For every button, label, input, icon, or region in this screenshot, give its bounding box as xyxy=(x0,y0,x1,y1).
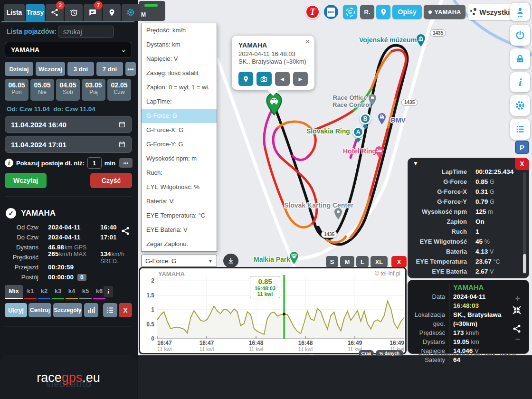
day-button-03.05[interactable]: 03.05Pią xyxy=(82,79,105,101)
map-mode-button[interactable]: M xyxy=(139,1,165,21)
range-button-3[interactable]: 7 dni xyxy=(96,62,123,76)
gforce-layer-button[interactable]: G xyxy=(343,5,357,19)
dropdown-item-14[interactable]: EYE Bateria: V xyxy=(142,223,217,237)
tab-lista[interactable]: Lista xyxy=(4,4,25,21)
vehicle-position-pin[interactable] xyxy=(266,93,282,115)
range-button-2[interactable]: 3 dni xyxy=(67,62,94,76)
popup-locate-button[interactable] xyxy=(238,72,253,86)
popup-next-button[interactable]: ► xyxy=(293,72,308,86)
ktab-k6[interactable]: k6 xyxy=(93,285,105,299)
hotel-pin[interactable] xyxy=(373,145,385,159)
stops-input[interactable]: 1 xyxy=(87,157,102,169)
dropdown-item-11[interactable]: EYE Wilgotność: % xyxy=(142,180,217,194)
list-button[interactable] xyxy=(510,119,530,140)
dropdown-item-13[interactable]: EYE Temperatura: °C xyxy=(142,209,217,223)
settings-button[interactable] xyxy=(510,95,530,116)
karting-pin[interactable] xyxy=(332,207,344,220)
stops-more-button[interactable]: ••• xyxy=(119,158,133,168)
dropdown-item-0[interactable]: Prędość: km/h xyxy=(142,23,217,38)
datetime-from-input[interactable]: 11.04.2024 16:40 xyxy=(5,116,132,133)
dropdown-item-1[interactable]: Dystans: km xyxy=(142,38,217,52)
tab-procent-danych[interactable]: % danych xyxy=(376,350,403,356)
details-button[interactable]: Szczegóły xyxy=(53,303,82,317)
logout-button[interactable] xyxy=(510,25,530,46)
size-l-button[interactable]: L xyxy=(356,256,369,267)
opisy-button[interactable]: Opisy xyxy=(392,5,422,19)
scrollbar-thumb[interactable] xyxy=(523,254,526,273)
tab-czas[interactable]: Czas xyxy=(359,350,374,356)
clear-button[interactable]: Czyść xyxy=(90,173,132,188)
range-button-1[interactable]: Wczoraj xyxy=(36,62,65,76)
collapse-triangle-icon[interactable]: ▼ xyxy=(413,160,418,167)
size-m-button[interactable]: M xyxy=(340,256,354,267)
datetime-to-input[interactable]: 11.04.2024 17:01 xyxy=(5,136,132,153)
chart-button[interactable] xyxy=(84,303,98,317)
ktab-k1[interactable]: k1 xyxy=(24,285,37,299)
museum-pin[interactable] xyxy=(415,33,427,48)
telemetry-scrollbar[interactable] xyxy=(523,172,526,274)
size-xl-button[interactable]: XL xyxy=(370,256,388,267)
dropdown-item-7[interactable]: G-Force-X: G xyxy=(142,123,217,137)
range-button-4[interactable]: ••• xyxy=(125,62,136,76)
ddd-file-button[interactable]: DDD xyxy=(324,5,338,19)
omv-gas-pin[interactable] xyxy=(376,112,388,125)
popup-prev-button[interactable]: ◄ xyxy=(275,72,290,86)
share-icon[interactable] xyxy=(512,324,522,333)
ktab-k2[interactable]: k2 xyxy=(38,285,50,299)
ktab-k4[interactable]: k4 xyxy=(66,285,78,299)
poi-pin-button[interactable] xyxy=(376,5,390,19)
chart-close-button[interactable]: X xyxy=(391,256,407,267)
load-button[interactable]: Wczytaj xyxy=(5,173,47,188)
size-s-button[interactable]: S xyxy=(326,256,338,267)
list-view-button[interactable] xyxy=(103,303,117,317)
vehicle-select[interactable]: YAMAHA ⌄ xyxy=(5,42,132,58)
wszystkie-button[interactable]: Wszystkie xyxy=(468,4,516,20)
dropdown-item-12[interactable]: Bateria: V xyxy=(142,194,217,209)
range-button-0[interactable]: Dzisiaj xyxy=(5,62,33,76)
account-button[interactable]: ••• xyxy=(510,3,530,21)
dropdown-item-2[interactable]: Napięcie: V xyxy=(142,52,217,66)
download-button[interactable] xyxy=(223,254,238,268)
dropdown-item-15[interactable]: Zegar Zapłonu: xyxy=(142,237,217,251)
vehicle-check-icon[interactable]: ✓ xyxy=(6,208,16,218)
marker-a[interactable]: A xyxy=(352,126,364,138)
chart-plot[interactable] xyxy=(157,275,404,339)
gear-tab[interactable] xyxy=(122,4,140,21)
ktab-k3[interactable]: k3 xyxy=(52,285,64,299)
fullscreen-icon[interactable] xyxy=(512,305,522,315)
malkia-park-paw-pin[interactable] xyxy=(288,251,300,265)
lock-button[interactable] xyxy=(510,48,530,69)
marker-b[interactable]: B xyxy=(360,113,371,124)
popup-close-icon[interactable]: × xyxy=(305,38,310,46)
day-button-05.05[interactable]: 05.05Nie xyxy=(30,79,54,101)
hide-button[interactable]: Ukryj xyxy=(5,303,27,317)
telinf-logo[interactable]: T xyxy=(305,5,320,19)
r-button[interactable]: R. xyxy=(360,5,374,19)
info-button[interactable]: i xyxy=(510,72,530,92)
tab-poi[interactable] xyxy=(103,4,121,21)
vehicle-toggle-button[interactable]: YAMAHA xyxy=(424,5,466,19)
race-office-pin[interactable] xyxy=(367,93,378,106)
tab-alerts[interactable] xyxy=(65,4,83,21)
parking-button[interactable]: P xyxy=(515,141,529,154)
search-input[interactable]: szukaj xyxy=(58,26,114,38)
dropdown-item-5[interactable]: LapTime: xyxy=(142,95,217,109)
tab-trasy[interactable]: Trasy xyxy=(26,4,45,21)
share-trip-icon[interactable] xyxy=(121,226,130,236)
day-button-06.05[interactable]: 06.05Pon xyxy=(5,79,28,101)
ktab-mix[interactable]: Mix xyxy=(5,285,23,299)
chart-series-select[interactable]: G-Force: G ▼ xyxy=(141,255,217,267)
day-button-04.05[interactable]: 04.05Sob xyxy=(56,79,80,101)
dropdown-item-6[interactable]: G-Force: G xyxy=(142,109,217,123)
app-logo[interactable]: racegps.eu xyxy=(0,370,137,385)
dropdown-item-4[interactable]: Zapłon: 0 = wył; 1 = wł. xyxy=(142,80,217,95)
close-vehicle-button[interactable]: X xyxy=(119,303,132,317)
dropdown-item-9[interactable]: Wysokość npm: m xyxy=(142,152,217,166)
dropdown-item-8[interactable]: G-Force-Y: G xyxy=(142,137,217,152)
dropdown-item-3[interactable]: Zasięg: ilość satalit xyxy=(142,66,217,80)
dropdown-item-10[interactable]: Ruch: xyxy=(142,166,217,180)
center-button[interactable]: Centruj xyxy=(28,303,51,317)
day-button-02.05[interactable]: 02.05Czw xyxy=(107,79,131,101)
popup-camera-button[interactable] xyxy=(256,72,271,86)
ktab-k5[interactable]: k5 xyxy=(79,285,92,299)
